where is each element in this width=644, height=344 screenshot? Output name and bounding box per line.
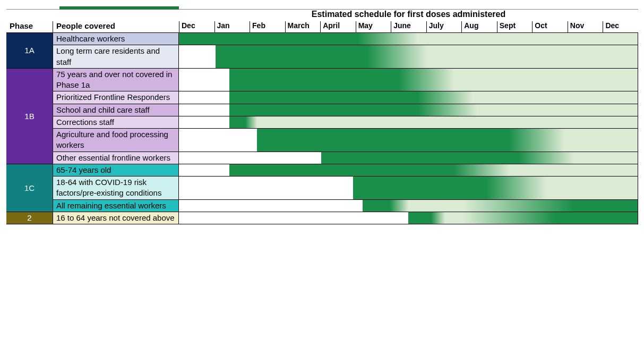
table-row: Agriculture and food processing workers	[53, 129, 638, 152]
people-cell: 75 years and over not covered in Phase 1…	[53, 69, 179, 92]
phase-label: 1C	[6, 164, 53, 212]
bar-primary	[363, 200, 408, 212]
phase-label: 1A	[6, 33, 53, 69]
month-header: March	[285, 21, 321, 33]
timeline-cell	[179, 129, 638, 152]
table-row: Long term care residents and staff	[53, 45, 638, 69]
bar-primary	[353, 177, 546, 199]
table-row: 16 to 64 years not covered above	[53, 212, 638, 224]
col-header-people: People covered	[53, 21, 179, 33]
people-cell: Corrections staff	[53, 116, 179, 129]
bar-primary	[257, 129, 564, 152]
month-header: Dec	[179, 21, 214, 33]
table-row: School and child care staff	[53, 104, 638, 116]
table-row: 18-64 with COVID-19 risk factors/pre-exi…	[53, 177, 638, 200]
bar-primary	[229, 91, 473, 103]
table-row: All remaining essential workers	[53, 200, 638, 212]
timeline-cell	[179, 91, 638, 104]
people-cell: Agriculture and food processing workers	[53, 129, 179, 152]
timeline-cell	[179, 45, 638, 69]
people-cell: Healthcare workers	[53, 33, 179, 45]
people-cell: Long term care residents and staff	[53, 45, 179, 69]
phase-label: 1B	[6, 69, 53, 164]
bar-primary	[408, 212, 445, 224]
month-header: May	[356, 21, 391, 33]
timeline-cell	[179, 116, 638, 129]
timeline-cell	[179, 177, 638, 200]
month-header: April	[320, 21, 356, 33]
month-headers: DecJanFebMarchAprilMayJuneJulyAugSeptOct…	[179, 21, 638, 33]
bar-primary	[229, 164, 509, 176]
table-row: Corrections staff	[53, 116, 638, 129]
people-cell: 16 to 64 years not covered above	[53, 212, 179, 224]
phase-label: 2	[6, 212, 53, 224]
timeline-cell	[179, 152, 638, 164]
timeline-cell	[179, 69, 638, 92]
table-row: Prioritized Frontline Responders	[53, 91, 638, 104]
people-cell: All remaining essential workers	[53, 200, 179, 212]
month-header: Sept	[497, 21, 533, 33]
table-row: Other essential frontline workers	[53, 152, 638, 164]
people-cell: Prioritized Frontline Responders	[53, 91, 179, 104]
month-header: July	[426, 21, 462, 33]
phase-block-1C: 1C65-74 years old18-64 with COVID-19 ris…	[6, 164, 638, 212]
bar-trail	[229, 116, 638, 128]
bar-primary	[216, 45, 426, 68]
top-accent-bar	[59, 6, 179, 10]
bar-rampup	[463, 212, 638, 224]
month-header: Nov	[568, 21, 603, 33]
phase-block-1B: 1B75 years and over not covered in Phase…	[6, 69, 638, 164]
timeline-cell	[179, 104, 638, 116]
bar-primary	[229, 69, 454, 91]
col-header-phase: Phase	[6, 21, 53, 33]
title-row: Estimated schedule for first doses admin…	[6, 10, 638, 21]
table-row: Healthcare workers	[53, 33, 638, 45]
people-cell: School and child care staff	[53, 104, 179, 116]
top-border	[6, 6, 638, 10]
timeline-cell	[179, 200, 638, 212]
month-header: Oct	[532, 21, 568, 33]
header-row: Phase People covered DecJanFebMarchApril…	[6, 21, 638, 33]
month-header: June	[391, 21, 426, 33]
timeline-cell	[179, 212, 638, 224]
timeline-cell	[179, 33, 638, 45]
bar-primary	[179, 33, 417, 45]
chart-title: Estimated schedule for first doses admin…	[179, 10, 638, 21]
chart-body: 1AHealthcare workersLong term care resid…	[6, 33, 638, 224]
timeline-cell	[179, 164, 638, 177]
bar-primary	[321, 152, 573, 164]
month-header: Aug	[461, 21, 497, 33]
bar-primary	[229, 116, 257, 128]
table-row: 65-74 years old	[53, 164, 638, 177]
month-header: Dec	[603, 21, 638, 33]
people-cell: 18-64 with COVID-19 risk factors/pre-exi…	[53, 177, 179, 200]
month-header: Jan	[214, 21, 250, 33]
people-cell: Other essential frontline workers	[53, 152, 179, 164]
table-row: 75 years and over not covered in Phase 1…	[53, 69, 638, 92]
month-header: Feb	[250, 21, 285, 33]
phase-block-2: 216 to 64 years not covered above	[6, 212, 638, 224]
vaccine-schedule-chart: Estimated schedule for first doses admin…	[6, 6, 638, 224]
bar-primary	[229, 104, 477, 116]
bar-rampup	[463, 200, 638, 212]
people-cell: 65-74 years old	[53, 164, 179, 177]
phase-block-1A: 1AHealthcare workersLong term care resid…	[6, 33, 638, 69]
